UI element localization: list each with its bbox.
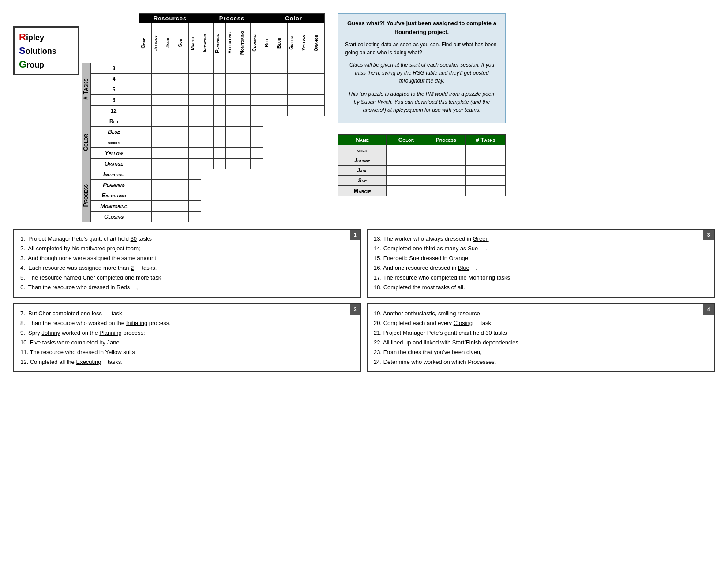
- clue-1-4: 4. Each resource was assigned more than …: [20, 263, 354, 273]
- answer-name-jane: Jane: [338, 166, 387, 176]
- cell-4-executing[interactable]: [226, 74, 238, 84]
- cell-3-initiating[interactable]: [201, 63, 214, 74]
- row-yellow: Yellow: [91, 148, 139, 159]
- clue-2-11: 11. The resource who dressed in Yellow s…: [20, 348, 354, 357]
- answer-process-johnny[interactable]: [426, 155, 466, 166]
- clue-2-12: 12. Completed all the Executing tasks.: [20, 357, 354, 367]
- color-header: Color: [263, 14, 325, 23]
- clue-4-22: 22. All lined up and linked with Start/F…: [374, 338, 708, 348]
- col-sue: Sue: [176, 23, 189, 63]
- answer-tasks-jane[interactable]: [466, 166, 506, 176]
- clue-1-1: 1. Project Manager Pete's gantt chart he…: [20, 234, 354, 244]
- cell-3-yellow[interactable]: [300, 63, 312, 74]
- answer-row-jane: Jane: [338, 166, 506, 176]
- answer-process-marcie[interactable]: [426, 186, 466, 196]
- cell-3-orange[interactable]: [312, 63, 325, 74]
- info-italic1: Clues will be given at the start of each…: [345, 61, 499, 85]
- answer-header-name: Name: [338, 135, 387, 145]
- answer-color-johnny[interactable]: [387, 155, 426, 166]
- cell-4-red[interactable]: [263, 74, 275, 84]
- answer-tasks-sue[interactable]: [466, 176, 506, 186]
- answer-process-jane[interactable]: [426, 166, 466, 176]
- cell-3-green[interactable]: [288, 63, 300, 74]
- row-green: green: [91, 137, 139, 148]
- cell-3-monitoring[interactable]: [238, 63, 251, 74]
- row-red: Red: [91, 116, 139, 127]
- answer-color-cher[interactable]: [387, 145, 426, 155]
- row-executing: Executing: [91, 190, 139, 201]
- clue-4-21: 21. Project Manager Pete's gantt chart h…: [374, 328, 708, 338]
- row-closing: Closing: [91, 212, 139, 222]
- clue-box-4: 4 19. Another enthusiastic, smiling reso…: [367, 303, 715, 373]
- clue-1-3: 3. And though none were assigned the sam…: [20, 253, 354, 263]
- cell-3-marcie[interactable]: [189, 63, 201, 74]
- cell-4-orange[interactable]: [312, 74, 325, 84]
- row-12: 12: [91, 106, 139, 116]
- cell-3-jane[interactable]: [164, 63, 176, 74]
- answer-header-tasks: # Tasks: [466, 135, 506, 145]
- answer-name-sue: Sue: [338, 176, 387, 186]
- clue-2-7: 7. But Cher completed one less task: [20, 309, 354, 318]
- answer-tasks-cher[interactable]: [466, 145, 506, 155]
- answer-color-sue[interactable]: [387, 176, 426, 186]
- cell-3-johnny[interactable]: [152, 63, 164, 74]
- answer-process-cher[interactable]: [426, 145, 466, 155]
- cell-3-sue[interactable]: [176, 63, 189, 74]
- cell-4-johnny[interactable]: [152, 74, 164, 84]
- cell-4-closing[interactable]: [251, 74, 263, 84]
- cell-4-blue[interactable]: [275, 74, 288, 84]
- cell-4-initiating[interactable]: [201, 74, 214, 84]
- logo-line1: ipley: [26, 33, 44, 42]
- logo: Ripley Solutions Group: [13, 26, 79, 75]
- row-3: 3: [91, 63, 139, 74]
- col-cher: Cher: [139, 23, 152, 63]
- cell-4-cher[interactable]: [139, 74, 152, 84]
- row-4: 4: [91, 74, 139, 84]
- answer-tasks-johnny[interactable]: [466, 155, 506, 166]
- clue-box-3-number: 3: [703, 230, 714, 240]
- clue-3-15: 15. Energetic Sue dressed in Orange ,: [374, 253, 708, 263]
- row-initiating: Initiating: [91, 169, 139, 180]
- info-title: Guess what?! You've just been assigned t…: [345, 19, 499, 36]
- answer-table: Name Color Process # Tasks cher Johnny: [338, 134, 506, 196]
- answer-row-cher: cher: [338, 145, 506, 155]
- col-yellow: Yellow: [300, 23, 312, 63]
- cell-4-marcie[interactable]: [189, 74, 201, 84]
- cell-3-closing[interactable]: [251, 63, 263, 74]
- col-jane: Jane: [164, 23, 176, 63]
- process-header: Process: [201, 14, 263, 23]
- logo-line3: roup: [26, 60, 44, 69]
- clue-box-2: 2 7. But Cher completed one less task 8.…: [13, 303, 361, 373]
- cell-3-red[interactable]: [263, 63, 275, 74]
- clue-4-20: 20. Completed each and every Closing tas…: [374, 318, 708, 328]
- clue-box-2-number: 2: [350, 304, 360, 315]
- cell-3-planning[interactable]: [214, 63, 226, 74]
- cell-4-monitoring[interactable]: [238, 74, 251, 84]
- row-6: 6: [91, 95, 139, 106]
- cell-3-blue[interactable]: [275, 63, 288, 74]
- cell-4-yellow[interactable]: [300, 74, 312, 84]
- puzzle-grid: Resources Process Color Cher Johnny: [82, 13, 325, 222]
- cell-4-green[interactable]: [288, 74, 300, 84]
- answer-tasks-marcie[interactable]: [466, 186, 506, 196]
- cell-4-planning[interactable]: [214, 74, 226, 84]
- clue-3-18: 18. Completed the most tasks of all.: [374, 283, 708, 292]
- logo-s: S: [19, 45, 26, 56]
- clue-box-1: 1 1. Project Manager Pete's gantt chart …: [13, 229, 361, 298]
- answer-process-sue[interactable]: [426, 176, 466, 186]
- clue-box-4-number: 4: [703, 304, 714, 315]
- answer-color-jane[interactable]: [387, 166, 426, 176]
- answer-row-sue: Sue: [338, 176, 506, 186]
- answer-name-marcie: Marcie: [338, 186, 387, 196]
- row-orange: Orange: [91, 159, 139, 169]
- cell-4-jane[interactable]: [164, 74, 176, 84]
- clue-4-24: 24. Determine who worked on which Proces…: [374, 357, 708, 367]
- cell-3-executing[interactable]: [226, 63, 238, 74]
- color-label: Color: [82, 132, 89, 153]
- answer-color-marcie[interactable]: [387, 186, 426, 196]
- clue-2-10: 10. Five tasks were completed by Jane .: [20, 338, 354, 348]
- col-johnny: Johnny: [152, 23, 164, 63]
- cell-3-cher[interactable]: [139, 63, 152, 74]
- cell-4-sue[interactable]: [176, 74, 189, 84]
- col-executing: Executing: [226, 23, 238, 63]
